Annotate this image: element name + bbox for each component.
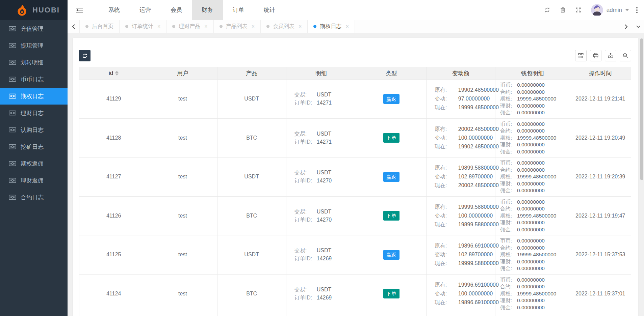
cell-type: 下单 bbox=[356, 274, 427, 313]
line-label: 现在: bbox=[435, 298, 458, 307]
tab-close-icon[interactable]: × bbox=[252, 24, 255, 29]
kebab-menu-icon[interactable] bbox=[632, 0, 642, 20]
topnav-item[interactable]: 财务 bbox=[192, 0, 223, 20]
line-label: 订单ID: bbox=[294, 138, 317, 146]
tab-close-icon[interactable]: × bbox=[204, 24, 207, 29]
line-label: 理财: bbox=[500, 258, 517, 265]
line-label: 订单ID: bbox=[294, 216, 317, 224]
line-label: 交易: bbox=[294, 247, 317, 255]
cell-time: 2022-12-11 15:37:53 bbox=[570, 235, 631, 275]
flame-icon bbox=[16, 4, 28, 16]
line-label: 原有: bbox=[435, 86, 458, 94]
line-label: 订单ID: bbox=[294, 99, 317, 107]
tab[interactable]: 会员列表 × bbox=[261, 20, 308, 33]
line-label: 币币: bbox=[500, 277, 517, 284]
topnav-item[interactable]: 运营 bbox=[130, 0, 161, 20]
line-label: 佣金: bbox=[500, 304, 517, 311]
column-header-label: 产品 bbox=[246, 69, 257, 77]
sidebar-item[interactable]: 划转明细 bbox=[0, 54, 68, 71]
sidebar-item[interactable]: 认购日志 bbox=[0, 121, 68, 138]
line-label: 变动: bbox=[435, 172, 458, 181]
tab[interactable]: 后台首页 bbox=[80, 20, 120, 33]
column-header-label: id bbox=[109, 70, 113, 77]
tab[interactable]: 产品列表 × bbox=[214, 20, 261, 33]
column-header-label: 操作时间 bbox=[589, 69, 612, 77]
column-header: 产品 bbox=[217, 67, 286, 80]
label-value-line: 佣金: 0.00000000 bbox=[500, 265, 568, 272]
line-value: 19896.69100000 bbox=[458, 241, 499, 250]
tab-close-icon[interactable]: × bbox=[345, 24, 349, 29]
cell-detail: 交易: USDT 订单ID: 14270 bbox=[286, 157, 356, 197]
caret-down-icon[interactable] bbox=[625, 9, 629, 11]
columns-icon[interactable] bbox=[575, 50, 587, 61]
scrollbar-thumb[interactable] bbox=[640, 38, 643, 180]
trash-icon[interactable] bbox=[555, 0, 571, 20]
sidebar-item[interactable]: 期权日志 bbox=[0, 88, 68, 105]
label-value-line: 期权: 19999.48500000 bbox=[500, 290, 568, 297]
tab-close-icon[interactable]: × bbox=[157, 24, 160, 29]
topnav-item[interactable]: 统计 bbox=[254, 0, 285, 20]
sidebar-item[interactable]: 充值管理 bbox=[0, 20, 68, 37]
vertical-scrollbar[interactable] bbox=[639, 33, 644, 316]
column-header: 用户 bbox=[148, 67, 217, 80]
column-header: 变动额 bbox=[426, 67, 495, 80]
sidebar-item-label: 理财日志 bbox=[21, 109, 44, 117]
tab-status-dot bbox=[172, 25, 175, 28]
refresh-button[interactable] bbox=[79, 50, 91, 61]
topnav-item[interactable]: 订单 bbox=[223, 0, 254, 20]
tabbar: 后台首页 订单统计 × 理财产品 × 产品列表 × 会员列表 × 期权日志 × bbox=[68, 20, 644, 33]
cell-time bbox=[570, 313, 631, 316]
label-value-line: 变动: 97.00000000 bbox=[435, 94, 494, 103]
refresh-icon[interactable] bbox=[540, 0, 555, 20]
chevron-left-icon[interactable] bbox=[68, 20, 80, 33]
sidebar-item-label: 认购日志 bbox=[21, 126, 44, 134]
line-label: 订单ID: bbox=[294, 177, 317, 185]
topnav-item[interactable]: 系统 bbox=[99, 0, 130, 20]
chevron-down-icon[interactable] bbox=[632, 20, 644, 33]
sidebar-toggle-icon[interactable] bbox=[68, 0, 91, 20]
tab[interactable]: 理财产品 × bbox=[166, 20, 213, 33]
sidebar-item[interactable]: 理财返佣 bbox=[0, 172, 68, 189]
label-value-line: 变动: 100.00000000 bbox=[435, 134, 494, 142]
sidebar-item[interactable]: 挖矿日志 bbox=[0, 138, 68, 155]
label-value-line: 交易: USDT bbox=[294, 286, 355, 294]
cell-wallet: 币币: 0.00000000 合约: 0.00000000 期权: 19999.… bbox=[495, 157, 570, 197]
chevron-right-icon[interactable] bbox=[620, 20, 632, 33]
topnav-item[interactable]: 会员 bbox=[161, 0, 192, 20]
username[interactable]: admin bbox=[607, 7, 622, 13]
line-value: 14271 bbox=[317, 138, 332, 146]
label-value-line: 理财: 0.00000000 bbox=[500, 103, 568, 110]
brand-logo[interactable]: HUOBI bbox=[0, 0, 68, 20]
label-value-line: 订单ID: 14271 bbox=[294, 99, 355, 107]
tab-close-icon[interactable]: × bbox=[299, 24, 302, 29]
cell-time: 2022-12-11 19:21:41 bbox=[570, 80, 631, 119]
sidebar-item[interactable]: 期权返佣 bbox=[0, 155, 68, 172]
sidebar-item[interactable]: 币币日志 bbox=[0, 71, 68, 88]
line-label: 期权: bbox=[500, 251, 517, 258]
sidebar-item[interactable]: 提现管理 bbox=[0, 37, 68, 54]
line-value: USDT bbox=[317, 208, 332, 216]
cell-product: USDT bbox=[217, 157, 286, 197]
tab[interactable]: 订单统计 × bbox=[120, 20, 166, 33]
label-value-line: 币币: 0.00000000 bbox=[500, 160, 568, 167]
tab-label: 理财产品 bbox=[179, 23, 200, 30]
line-label: 币币: bbox=[500, 121, 517, 128]
sort-icon[interactable] bbox=[115, 71, 119, 76]
tab-status-dot bbox=[266, 25, 269, 28]
print-icon[interactable] bbox=[590, 50, 601, 61]
search-zoom-icon[interactable] bbox=[620, 50, 631, 61]
line-value: 0.00000000 bbox=[517, 199, 545, 206]
type-badge: 赢返 bbox=[383, 172, 400, 182]
cell-change: 原有: 20002.48500000 变动: 100.00000000 现在: … bbox=[426, 118, 495, 157]
label-value-line: 理财: 0.00000000 bbox=[500, 297, 568, 304]
tab[interactable]: 期权日志 × bbox=[308, 20, 355, 33]
label-value-line: 期权: 19999.48500000 bbox=[500, 135, 568, 142]
export-icon[interactable] bbox=[605, 50, 616, 61]
cell-time: 2022-12-11 15:37:01 bbox=[570, 274, 631, 313]
fullscreen-icon[interactable] bbox=[571, 0, 586, 20]
cell-detail bbox=[286, 313, 356, 316]
sidebar-item[interactable]: 合约日志 bbox=[0, 189, 68, 206]
avatar[interactable] bbox=[591, 4, 603, 16]
sidebar-item[interactable]: 理财日志 bbox=[0, 105, 68, 121]
label-value-line: 原有: 19896.69100000 bbox=[435, 241, 494, 250]
